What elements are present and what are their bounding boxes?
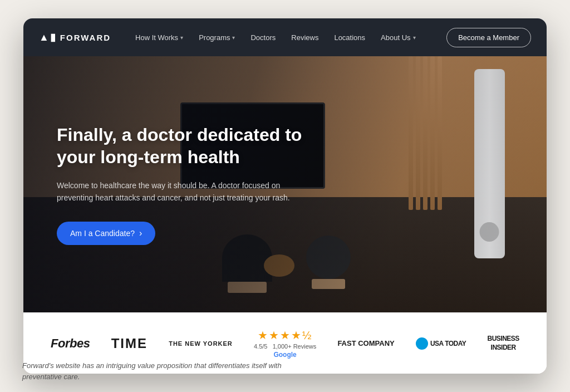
nav-reviews[interactable]: Reviews [284,29,325,46]
press-time: TIME [111,336,148,351]
caption: Forward's website has an intriguing valu… [22,360,289,382]
press-business-insider: BUSINESSINSIDER [488,335,519,352]
nav-programs[interactable]: Programs ▾ [192,29,242,46]
hero-subtitle: Welcome to healthcare the way it should … [57,179,291,204]
new-yorker-logo: THE NEW YORKER [169,340,233,347]
usa-today-circle [416,337,428,350]
press-usa-today: USA TODAY [416,337,466,350]
become-member-button[interactable]: Become a Member [446,28,531,47]
rating-score: 4.5/5 [254,343,267,350]
logo-icon: ▲▮ [39,31,57,43]
nav-links: How It Works ▾ Programs ▾ Doctors Review… [129,29,446,46]
rating-count: 1,000+ Reviews [273,343,317,350]
business-insider-logo: BUSINESSINSIDER [488,335,519,352]
arrow-right-icon: › [139,228,142,238]
navbar: ▲▮ FORWARD How It Works ▾ Programs ▾ Doc… [23,18,547,56]
press-new-yorker: THE NEW YORKER [169,340,233,347]
press-forbes: Forbes [51,336,90,351]
rating-score-text: 4.5/5 1,000+ Reviews [254,343,316,350]
page-wrapper: ▲▮ FORWARD How It Works ▾ Programs ▾ Doc… [23,18,547,374]
nav-locations[interactable]: Locations [327,29,372,46]
usa-today-logo: USA TODAY [416,337,466,350]
chevron-down-icon: ▾ [413,35,416,41]
candidate-button-label: Am I a Candidate? [70,229,135,238]
chevron-down-icon: ▾ [180,35,183,41]
logo-text: FORWARD [60,33,111,42]
time-logo: TIME [111,336,148,351]
press-fast-company: FAST COMPANY [337,339,394,347]
chevron-down-icon: ▾ [232,35,235,41]
nav-about-us[interactable]: About Us ▾ [374,29,422,46]
fast-company-logo: FAST COMPANY [337,339,394,347]
press-google-rating: ★★★★½ 4.5/5 1,000+ Reviews Google [254,329,316,359]
google-label: Google [273,351,296,359]
hero-content: Finally, a doctor dedicated to your long… [23,56,346,312]
candidate-button[interactable]: Am I a Candidate? › [57,222,155,245]
star-rating: ★★★★½ [258,329,313,342]
hero-title: Finally, a doctor dedicated to your long… [57,124,313,168]
hero-section: Finally, a doctor dedicated to your long… [23,56,547,312]
nav-logo[interactable]: ▲▮ FORWARD [39,31,111,43]
caption-text: Forward's website has an intriguing valu… [22,361,282,381]
nav-doctors[interactable]: Doctors [244,29,282,46]
nav-cta-area: Become a Member [446,28,531,47]
forbes-logo: Forbes [51,336,90,351]
nav-how-it-works[interactable]: How It Works ▾ [129,29,190,46]
